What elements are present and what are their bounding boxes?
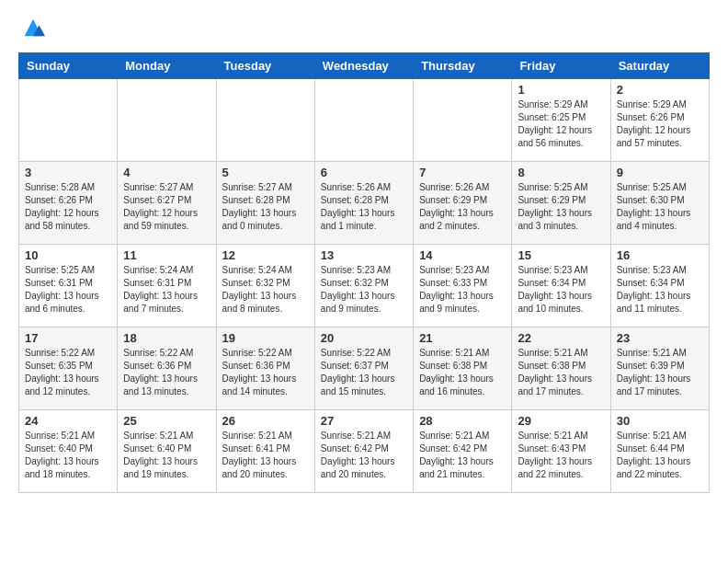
calendar-cell <box>414 78 512 161</box>
day-number: 3 <box>25 166 111 179</box>
day-number: 27 <box>321 414 407 428</box>
calendar-cell: 22Sunrise: 5:21 AM Sunset: 6:38 PM Dayli… <box>512 327 610 409</box>
calendar-cell: 4Sunrise: 5:27 AM Sunset: 6:27 PM Daylig… <box>118 161 216 244</box>
calendar-cell: 3Sunrise: 5:28 AM Sunset: 6:26 PM Daylig… <box>19 161 118 244</box>
day-info: Sunrise: 5:25 AM Sunset: 6:30 PM Dayligh… <box>617 181 703 233</box>
day-number: 9 <box>617 166 703 179</box>
calendar-cell: 30Sunrise: 5:21 AM Sunset: 6:44 PM Dayli… <box>610 409 709 492</box>
day-number: 17 <box>25 331 111 345</box>
day-info: Sunrise: 5:21 AM Sunset: 6:38 PM Dayligh… <box>518 347 604 398</box>
weekday-header-wednesday: Wednesday <box>314 52 413 78</box>
weekday-header-thursday: Thursday <box>414 52 512 78</box>
day-number: 23 <box>617 331 703 345</box>
day-info: Sunrise: 5:21 AM Sunset: 6:39 PM Dayligh… <box>617 347 703 398</box>
day-info: Sunrise: 5:21 AM Sunset: 6:42 PM Dayligh… <box>321 430 407 481</box>
calendar-cell: 12Sunrise: 5:24 AM Sunset: 6:32 PM Dayli… <box>216 244 314 327</box>
day-number: 25 <box>123 414 210 428</box>
day-number: 2 <box>617 83 703 97</box>
day-number: 4 <box>123 166 210 179</box>
day-number: 10 <box>25 248 111 262</box>
calendar-cell: 16Sunrise: 5:23 AM Sunset: 6:34 PM Dayli… <box>610 244 709 327</box>
day-info: Sunrise: 5:21 AM Sunset: 6:44 PM Dayligh… <box>617 430 703 481</box>
calendar-cell: 17Sunrise: 5:22 AM Sunset: 6:35 PM Dayli… <box>19 327 118 409</box>
calendar-table: SundayMondayTuesdayWednesdayThursdayFrid… <box>18 52 710 493</box>
day-info: Sunrise: 5:23 AM Sunset: 6:34 PM Dayligh… <box>617 264 703 316</box>
day-info: Sunrise: 5:24 AM Sunset: 6:32 PM Dayligh… <box>222 264 309 316</box>
calendar-week-row: 10Sunrise: 5:25 AM Sunset: 6:31 PM Dayli… <box>19 244 710 327</box>
day-info: Sunrise: 5:23 AM Sunset: 6:33 PM Dayligh… <box>419 264 506 316</box>
calendar-week-row: 1Sunrise: 5:29 AM Sunset: 6:25 PM Daylig… <box>19 78 710 161</box>
calendar-cell: 9Sunrise: 5:25 AM Sunset: 6:30 PM Daylig… <box>610 161 709 244</box>
calendar-cell <box>216 78 314 161</box>
day-number: 5 <box>222 166 309 179</box>
calendar-cell: 1Sunrise: 5:29 AM Sunset: 6:25 PM Daylig… <box>512 78 610 161</box>
day-info: Sunrise: 5:27 AM Sunset: 6:28 PM Dayligh… <box>222 181 309 233</box>
weekday-header-row: SundayMondayTuesdayWednesdayThursdayFrid… <box>19 52 710 78</box>
day-number: 11 <box>123 248 210 262</box>
day-info: Sunrise: 5:22 AM Sunset: 6:37 PM Dayligh… <box>321 347 407 398</box>
day-info: Sunrise: 5:24 AM Sunset: 6:31 PM Dayligh… <box>123 264 210 316</box>
day-info: Sunrise: 5:25 AM Sunset: 6:29 PM Dayligh… <box>518 181 604 233</box>
calendar-cell: 24Sunrise: 5:21 AM Sunset: 6:40 PM Dayli… <box>19 409 118 492</box>
weekday-header-friday: Friday <box>512 52 610 78</box>
calendar-cell: 29Sunrise: 5:21 AM Sunset: 6:43 PM Dayli… <box>512 409 610 492</box>
day-number: 30 <box>617 414 703 428</box>
day-number: 8 <box>518 166 604 179</box>
page-header <box>0 0 728 52</box>
calendar-cell: 28Sunrise: 5:21 AM Sunset: 6:42 PM Dayli… <box>414 409 512 492</box>
calendar-week-row: 17Sunrise: 5:22 AM Sunset: 6:35 PM Dayli… <box>19 327 710 409</box>
calendar-cell: 21Sunrise: 5:21 AM Sunset: 6:38 PM Dayli… <box>414 327 512 409</box>
calendar-cell <box>19 78 118 161</box>
day-number: 21 <box>419 331 506 345</box>
calendar-cell: 10Sunrise: 5:25 AM Sunset: 6:31 PM Dayli… <box>19 244 118 327</box>
day-info: Sunrise: 5:21 AM Sunset: 6:40 PM Dayligh… <box>25 430 111 481</box>
day-info: Sunrise: 5:26 AM Sunset: 6:29 PM Dayligh… <box>419 181 506 233</box>
logo <box>18 15 46 45</box>
calendar-cell: 27Sunrise: 5:21 AM Sunset: 6:42 PM Dayli… <box>314 409 413 492</box>
day-info: Sunrise: 5:25 AM Sunset: 6:31 PM Dayligh… <box>25 264 111 316</box>
day-number: 6 <box>321 166 407 179</box>
day-info: Sunrise: 5:21 AM Sunset: 6:38 PM Dayligh… <box>419 347 506 398</box>
day-number: 1 <box>518 83 604 97</box>
calendar-cell: 23Sunrise: 5:21 AM Sunset: 6:39 PM Dayli… <box>610 327 709 409</box>
weekday-header-sunday: Sunday <box>19 52 118 78</box>
calendar-cell <box>118 78 216 161</box>
day-number: 16 <box>617 248 703 262</box>
day-info: Sunrise: 5:21 AM Sunset: 6:41 PM Dayligh… <box>222 430 309 481</box>
day-info: Sunrise: 5:23 AM Sunset: 6:32 PM Dayligh… <box>321 264 407 316</box>
weekday-header-tuesday: Tuesday <box>216 52 314 78</box>
calendar-cell: 25Sunrise: 5:21 AM Sunset: 6:40 PM Dayli… <box>118 409 216 492</box>
calendar-cell: 13Sunrise: 5:23 AM Sunset: 6:32 PM Dayli… <box>314 244 413 327</box>
calendar-cell <box>314 78 413 161</box>
calendar-week-row: 24Sunrise: 5:21 AM Sunset: 6:40 PM Dayli… <box>19 409 710 492</box>
day-info: Sunrise: 5:29 AM Sunset: 6:26 PM Dayligh… <box>617 98 703 150</box>
day-number: 15 <box>518 248 604 262</box>
day-number: 14 <box>419 248 506 262</box>
day-number: 18 <box>123 331 210 345</box>
day-info: Sunrise: 5:21 AM Sunset: 6:40 PM Dayligh… <box>123 430 210 481</box>
day-info: Sunrise: 5:28 AM Sunset: 6:26 PM Dayligh… <box>25 181 111 233</box>
logo-icon <box>20 15 46 40</box>
day-number: 22 <box>518 331 604 345</box>
day-info: Sunrise: 5:26 AM Sunset: 6:28 PM Dayligh… <box>321 181 407 233</box>
calendar-cell: 19Sunrise: 5:22 AM Sunset: 6:36 PM Dayli… <box>216 327 314 409</box>
day-info: Sunrise: 5:29 AM Sunset: 6:25 PM Dayligh… <box>518 98 604 150</box>
day-info: Sunrise: 5:21 AM Sunset: 6:42 PM Dayligh… <box>419 430 506 481</box>
calendar-cell: 15Sunrise: 5:23 AM Sunset: 6:34 PM Dayli… <box>512 244 610 327</box>
day-number: 26 <box>222 414 309 428</box>
weekday-header-saturday: Saturday <box>610 52 709 78</box>
calendar-cell: 26Sunrise: 5:21 AM Sunset: 6:41 PM Dayli… <box>216 409 314 492</box>
calendar-cell: 20Sunrise: 5:22 AM Sunset: 6:37 PM Dayli… <box>314 327 413 409</box>
day-info: Sunrise: 5:21 AM Sunset: 6:43 PM Dayligh… <box>518 430 604 481</box>
day-info: Sunrise: 5:22 AM Sunset: 6:36 PM Dayligh… <box>222 347 309 398</box>
calendar-cell: 18Sunrise: 5:22 AM Sunset: 6:36 PM Dayli… <box>118 327 216 409</box>
day-number: 28 <box>419 414 506 428</box>
day-info: Sunrise: 5:23 AM Sunset: 6:34 PM Dayligh… <box>518 264 604 316</box>
calendar-cell: 8Sunrise: 5:25 AM Sunset: 6:29 PM Daylig… <box>512 161 610 244</box>
day-number: 12 <box>222 248 309 262</box>
day-number: 29 <box>518 414 604 428</box>
day-info: Sunrise: 5:22 AM Sunset: 6:36 PM Dayligh… <box>123 347 210 398</box>
day-info: Sunrise: 5:22 AM Sunset: 6:35 PM Dayligh… <box>25 347 111 398</box>
weekday-header-monday: Monday <box>118 52 216 78</box>
calendar-cell: 14Sunrise: 5:23 AM Sunset: 6:33 PM Dayli… <box>414 244 512 327</box>
